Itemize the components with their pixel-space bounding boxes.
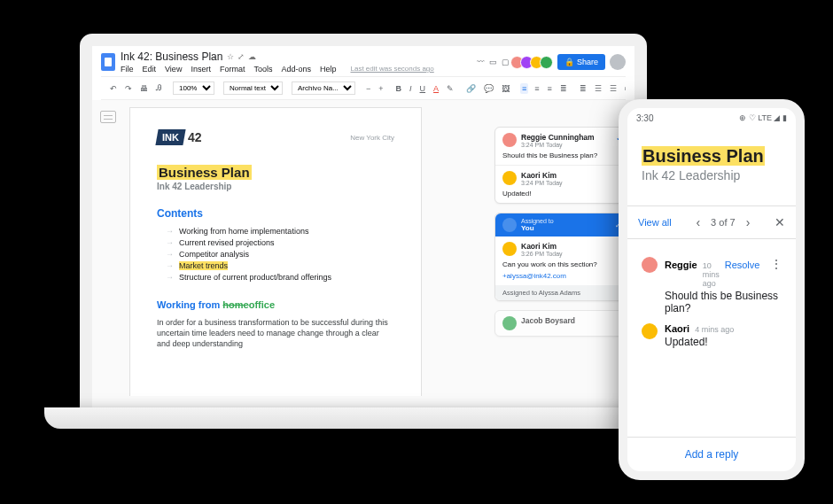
- doc-subheading[interactable]: Ink 42 Leadership: [157, 182, 394, 191]
- insert-comment-icon[interactable]: 💬: [482, 83, 495, 94]
- phone-heading[interactable]: Business Plan: [642, 146, 765, 166]
- list-item[interactable]: →Structure of current product/brand offe…: [166, 273, 394, 282]
- font-select[interactable]: Archivo Na...: [292, 81, 355, 95]
- list-item[interactable]: →Working from home implementations: [166, 227, 394, 236]
- comment-time: 10 mins ago: [703, 261, 720, 288]
- close-icon[interactable]: ✕: [775, 215, 785, 229]
- present-icon[interactable]: ▢: [502, 58, 510, 66]
- assigned-footer: Assigned to Alyssa Adams: [495, 285, 628, 300]
- phone-comment[interactable]: Reggie 10 mins ago Resolve ⋮ Should this…: [642, 257, 782, 314]
- assigned-header: Assigned to You ✓: [495, 213, 628, 236]
- font-size-increase[interactable]: +: [377, 83, 385, 94]
- brand-logo: INK 42: [157, 129, 202, 145]
- style-select[interactable]: Normal text: [223, 81, 283, 95]
- paragraph-text[interactable]: In order for a business transformation t…: [157, 317, 394, 349]
- comment-mention[interactable]: +alyssa@ink42.com: [502, 272, 621, 280]
- brand-ink-text: INK: [162, 132, 179, 143]
- collaborator-avatars[interactable]: [514, 56, 553, 69]
- menu-help[interactable]: Help: [320, 65, 337, 74]
- comment-card[interactable]: Jacob Boysard: [494, 310, 629, 337]
- align-justify-icon[interactable]: ≣: [558, 83, 569, 94]
- menu-addons[interactable]: Add-ons: [281, 65, 311, 74]
- redo-icon[interactable]: ↷: [123, 83, 134, 94]
- align-center-icon[interactable]: ≡: [533, 83, 541, 94]
- docs-logo-icon[interactable]: [101, 53, 115, 71]
- align-left-icon[interactable]: ≡: [520, 83, 528, 94]
- assigned-label: Assigned to: [521, 218, 554, 224]
- menu-edit[interactable]: Edit: [143, 65, 157, 74]
- comment-history-icon[interactable]: ▭: [489, 58, 497, 66]
- view-all-link[interactable]: View all: [638, 217, 672, 228]
- menu-bar: File Edit View Insert Format Tools Add-o…: [121, 63, 434, 74]
- text-color-icon[interactable]: A: [432, 83, 440, 94]
- share-button[interactable]: 🔒 Share: [557, 54, 605, 70]
- location-text: New York City: [350, 134, 394, 142]
- document-outline-icon[interactable]: [100, 111, 116, 123]
- document-page[interactable]: INK 42 New York City Business Plan Ink 4…: [129, 107, 422, 396]
- contents-heading[interactable]: Contents: [157, 207, 394, 220]
- menu-view[interactable]: View: [165, 65, 182, 74]
- star-icon[interactable]: ☆: [227, 52, 234, 61]
- commenter-name: Kaori Kim: [521, 242, 563, 251]
- move-icon[interactable]: ⤢: [237, 52, 245, 61]
- menu-format[interactable]: Format: [220, 65, 245, 74]
- list-item-highlighted[interactable]: →Market trends: [166, 261, 394, 270]
- phone-subheading[interactable]: Ink 42 Leadership: [642, 168, 782, 182]
- insert-link-icon[interactable]: 🔗: [464, 83, 478, 94]
- numbered-list-icon[interactable]: ☰: [593, 83, 603, 94]
- highlight-icon[interactable]: ✎: [445, 83, 455, 94]
- comment-time: 3:24 PM Today: [521, 180, 563, 186]
- comment-time: 3:26 PM Today: [521, 251, 563, 257]
- commenter-avatar: [502, 316, 517, 330]
- phone-comments-list: Reggie 10 mins ago Resolve ⋮ Should this…: [642, 239, 782, 366]
- commenter-avatar: [502, 242, 517, 256]
- assigned-who: You: [521, 224, 554, 232]
- next-comment-icon[interactable]: ›: [746, 215, 751, 229]
- assigned-avatar-icon: [502, 218, 517, 232]
- list-item[interactable]: →Competitor analysis: [166, 250, 394, 259]
- activity-icon[interactable]: 〰: [477, 58, 485, 66]
- document-title[interactable]: Ink 42: Business Plan: [121, 50, 222, 63]
- underline-icon[interactable]: U: [418, 83, 428, 94]
- assigned-comment-card[interactable]: Assigned to You ✓ Kaori Kim 3:26 PM Toda…: [494, 213, 629, 301]
- list-item[interactable]: →Current revised projections: [166, 238, 394, 247]
- align-right-icon[interactable]: ≡: [546, 83, 554, 94]
- laptop-base: [44, 407, 682, 429]
- comment-card[interactable]: ✓ Reggie Cunningham 3:24 PM Today Should…: [494, 127, 629, 204]
- bold-icon[interactable]: B: [394, 83, 404, 94]
- account-avatar[interactable]: [610, 54, 626, 70]
- commenter-name: Reggie Cunningham: [521, 133, 595, 142]
- prev-comment-icon[interactable]: ‹: [696, 215, 700, 229]
- menu-tools[interactable]: Tools: [253, 65, 272, 74]
- doc-heading-1[interactable]: Business Plan: [157, 165, 252, 180]
- phone-status-icons: ⊕ ♡ LTE ◢ ▮: [739, 113, 787, 123]
- brand-number: 42: [188, 130, 202, 144]
- phone-comment[interactable]: Kaori 4 mins ago Updated!: [642, 323, 782, 348]
- print-icon[interactable]: 🖶: [138, 83, 150, 94]
- commenter-avatar: [502, 171, 517, 185]
- menu-file[interactable]: File: [121, 65, 134, 74]
- line-spacing-icon[interactable]: ≣: [578, 83, 588, 94]
- insert-image-icon[interactable]: 🖼: [500, 83, 511, 94]
- section-heading[interactable]: Working from homeoffice: [157, 299, 394, 310]
- lock-icon: 🔒: [564, 58, 574, 66]
- cloud-icon[interactable]: ☁: [248, 52, 256, 61]
- commenter-avatar: [642, 323, 658, 339]
- comments-sidebar: ✓ Reggie Cunningham 3:24 PM Today Should…: [493, 100, 634, 396]
- last-edit-text[interactable]: Last edit was seconds ago: [350, 65, 433, 74]
- zoom-select[interactable]: 100%: [173, 81, 214, 95]
- comment-counter: 3 of 7: [711, 217, 736, 228]
- more-options-icon[interactable]: ⋮: [770, 257, 782, 271]
- italic-icon[interactable]: I: [408, 83, 414, 94]
- paint-format-icon[interactable]: Ꭿ: [154, 82, 164, 94]
- section-pre: Working from: [157, 299, 222, 310]
- menu-insert[interactable]: Insert: [191, 65, 211, 74]
- bulleted-list-icon[interactable]: ☰: [608, 83, 619, 94]
- undo-icon[interactable]: ↶: [108, 83, 119, 94]
- font-size-decrease[interactable]: −: [364, 83, 372, 94]
- resolve-link[interactable]: Resolve: [725, 260, 760, 270]
- add-reply-button[interactable]: Add a reply: [627, 437, 796, 471]
- decrease-indent-icon[interactable]: ⇤: [623, 83, 626, 94]
- avatar[interactable]: [540, 56, 553, 69]
- comment-time: 4 mins ago: [695, 325, 734, 334]
